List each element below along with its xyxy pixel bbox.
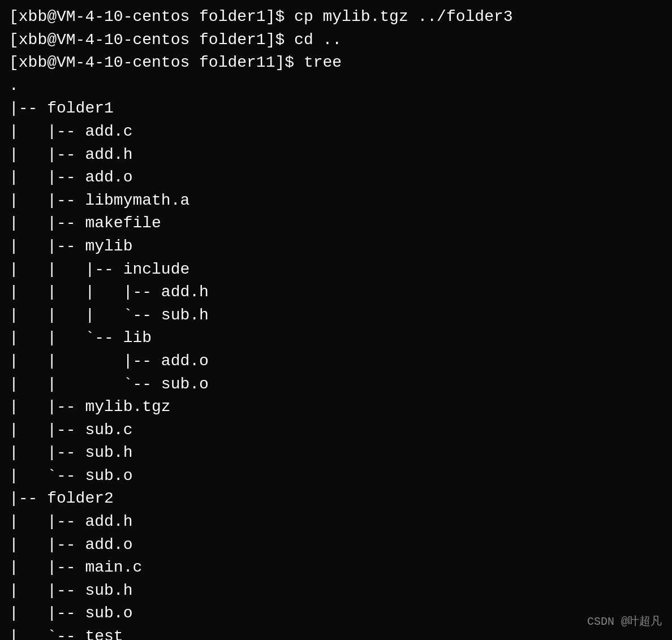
watermark: CSDN @叶超凡: [587, 613, 662, 630]
prompt-line: [xbb@VM-4-10-centos folder11]$ tree: [9, 51, 663, 75]
tree-line: |-- folder1: [9, 97, 663, 120]
tree-line: | | | `-- sub.h: [9, 304, 663, 327]
tree-line: | |-- makefile: [9, 212, 663, 235]
prompt-line: [xbb@VM-4-10-centos folder1]$ cd ..: [9, 29, 663, 52]
tree-line: | |-- add.c: [9, 120, 663, 144]
tree-line: | |-- mylib.tgz: [9, 396, 663, 419]
tree-line: | |-- add.o: [9, 534, 663, 557]
tree-line: | |-- add.h: [9, 511, 663, 534]
tree-line: | `-- test: [9, 625, 663, 640]
tree-line: | | `-- sub.o: [9, 373, 663, 396]
tree-line: | |-- sub.o: [9, 602, 663, 625]
tree-line: | |-- mylib: [9, 235, 663, 258]
tree-line: | `-- sub.o: [9, 465, 663, 488]
tree-line: | |-- add.h: [9, 144, 663, 167]
tree-line: | |-- main.c: [9, 556, 663, 580]
tree-line: | |-- sub.h: [9, 580, 663, 603]
tree-line: | |-- sub.c: [9, 419, 663, 442]
tree-line: | | |-- include: [9, 258, 663, 282]
tree-line: | | `-- lib: [9, 327, 663, 350]
tree-line: | | |-- add.o: [9, 350, 663, 373]
tree-line: | | | |-- add.h: [9, 281, 663, 304]
tree-line: | |-- add.o: [9, 166, 663, 189]
tree-line: .: [9, 75, 663, 98]
tree-line: | |-- libmymath.a: [9, 189, 663, 213]
tree-line: | |-- sub.h: [9, 442, 663, 465]
tree-line: |-- folder2: [9, 487, 663, 511]
terminal: [xbb@VM-4-10-centos folder1]$ cp mylib.t…: [9, 6, 663, 634]
prompt-line: [xbb@VM-4-10-centos folder1]$ cp mylib.t…: [9, 6, 663, 29]
